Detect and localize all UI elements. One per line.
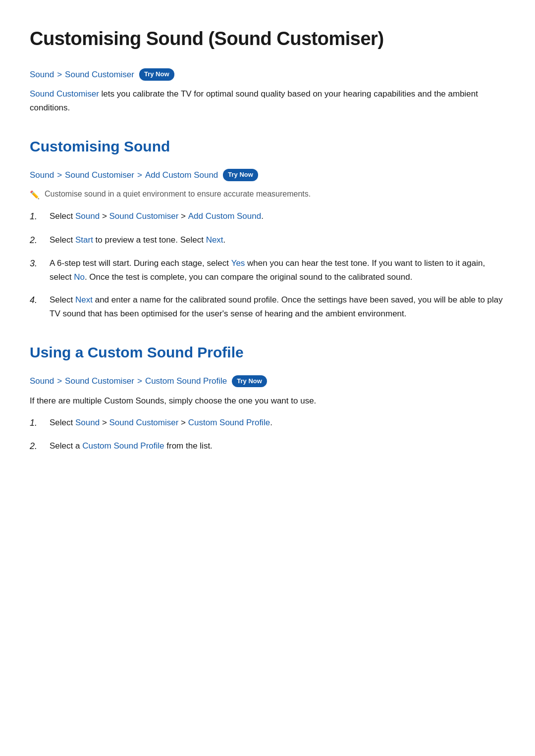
using-step-profile2-link[interactable]: Custom Sound Profile xyxy=(82,441,164,451)
section-customising-sound: Customising Sound Sound > Sound Customis… xyxy=(30,135,505,321)
step-number: 2. xyxy=(30,439,42,454)
step-text-after: . xyxy=(223,235,226,245)
customising-note: ✏️ Customise sound in a quiet environmen… xyxy=(30,188,505,202)
step-number: 3. xyxy=(30,256,42,271)
step-text: Select Next and enter a name for the cal… xyxy=(50,293,505,321)
section-title-using: Using a Custom Sound Profile xyxy=(30,341,505,364)
step-item: 3. A 6-step test will start. During each… xyxy=(30,256,505,284)
customising-bc-sep2: > xyxy=(137,168,142,182)
using-step-sep2: > xyxy=(178,418,188,427)
breadcrumb-sep1: > xyxy=(57,68,62,81)
intro-breadcrumb: Sound > Sound Customiser Try Now xyxy=(30,68,505,81)
using-step-customiser-link[interactable]: Sound Customiser xyxy=(109,418,179,427)
step-text-after: . xyxy=(261,211,264,221)
step-item: 2. Select a Custom Sound Profile from th… xyxy=(30,439,505,454)
breadcrumb-sound-customiser-link[interactable]: Sound Customiser xyxy=(65,68,134,81)
using-bc-profile[interactable]: Custom Sound Profile xyxy=(145,374,227,388)
using-step-sep1: > xyxy=(100,418,109,427)
step-number: 2. xyxy=(30,233,42,248)
step-next2-link[interactable]: Next xyxy=(75,295,93,304)
step-text: Select Sound > Sound Customiser > Custom… xyxy=(50,416,505,430)
using-bc-customiser[interactable]: Sound Customiser xyxy=(65,374,134,388)
using-bc-sep2: > xyxy=(137,374,142,388)
intro-highlight: Sound Customiser xyxy=(30,89,99,99)
step-item: 2. Select Start to preview a test tone. … xyxy=(30,233,505,248)
customising-breadcrumb: Sound > Sound Customiser > Add Custom So… xyxy=(30,168,505,182)
intro-description: Sound Customiser lets you calibrate the … xyxy=(30,87,505,115)
step-text-before: Select xyxy=(50,418,75,427)
step-no-link[interactable]: No xyxy=(74,272,85,282)
step-add-link[interactable]: Add Custom Sound xyxy=(188,211,261,221)
step-number: 1. xyxy=(30,416,42,431)
step-sound-link[interactable]: Sound xyxy=(75,211,100,221)
customising-bc-add[interactable]: Add Custom Sound xyxy=(145,168,218,182)
step-number: 1. xyxy=(30,209,42,224)
step-number: 4. xyxy=(30,293,42,308)
customising-steps-list: 1. Select Sound > Sound Customiser > Add… xyxy=(30,209,505,321)
customising-bc-sound[interactable]: Sound xyxy=(30,168,54,182)
step-text: Select Sound > Sound Customiser > Add Cu… xyxy=(50,209,505,223)
step-item: 4. Select Next and enter a name for the … xyxy=(30,293,505,321)
using-step-profile-link[interactable]: Custom Sound Profile xyxy=(188,418,270,427)
step-sep1: > xyxy=(100,211,109,221)
section-title-customising: Customising Sound xyxy=(30,135,505,158)
step-customiser-link[interactable]: Sound Customiser xyxy=(109,211,179,221)
note-text: Customise sound in a quiet environment t… xyxy=(45,188,311,201)
step-yes-link[interactable]: Yes xyxy=(231,258,245,268)
step-item: 1. Select Sound > Sound Customiser > Add… xyxy=(30,209,505,224)
step-text: Select Start to preview a test tone. Sel… xyxy=(50,233,505,247)
breadcrumb-sound-link[interactable]: Sound xyxy=(30,68,54,81)
customising-bc-customiser[interactable]: Sound Customiser xyxy=(65,168,134,182)
step-text-before: Select xyxy=(50,235,75,245)
section-using-custom-profile: Using a Custom Sound Profile Sound > Sou… xyxy=(30,341,505,454)
step-text: A 6-step test will start. During each st… xyxy=(50,256,505,284)
using-step-text-after: . xyxy=(270,418,272,427)
step-start-link[interactable]: Start xyxy=(75,235,93,245)
step-next-link[interactable]: Next xyxy=(206,235,223,245)
using-intro-text: If there are multiple Custom Sounds, sim… xyxy=(30,394,505,408)
try-now-badge-customising[interactable]: Try Now xyxy=(223,169,258,181)
customising-bc-sep1: > xyxy=(57,168,62,182)
step-sep2: > xyxy=(178,211,188,221)
using-breadcrumb: Sound > Sound Customiser > Custom Sound … xyxy=(30,374,505,388)
using-bc-sound[interactable]: Sound xyxy=(30,374,54,388)
step-text-before: Select xyxy=(50,211,75,221)
using-steps-list: 1. Select Sound > Sound Customiser > Cus… xyxy=(30,416,505,454)
try-now-badge-intro[interactable]: Try Now xyxy=(139,68,174,81)
page-title: Customising Sound (Sound Customiser) xyxy=(30,24,505,54)
step-item: 1. Select Sound > Sound Customiser > Cus… xyxy=(30,416,505,431)
step-text-after: from the list. xyxy=(164,441,213,451)
step-text-before: Select xyxy=(50,295,75,304)
step-text-before: Select a xyxy=(50,441,82,451)
step-text-mid: to preview a test tone. Select xyxy=(93,235,206,245)
using-bc-sep1: > xyxy=(57,374,62,388)
using-step-sound-link[interactable]: Sound xyxy=(75,418,100,427)
step-text: Select a Custom Sound Profile from the l… xyxy=(50,439,505,453)
note-pencil-icon: ✏️ xyxy=(30,189,40,202)
step-text-after: and enter a name for the calibrated soun… xyxy=(50,295,503,318)
try-now-badge-using[interactable]: Try Now xyxy=(232,375,267,388)
